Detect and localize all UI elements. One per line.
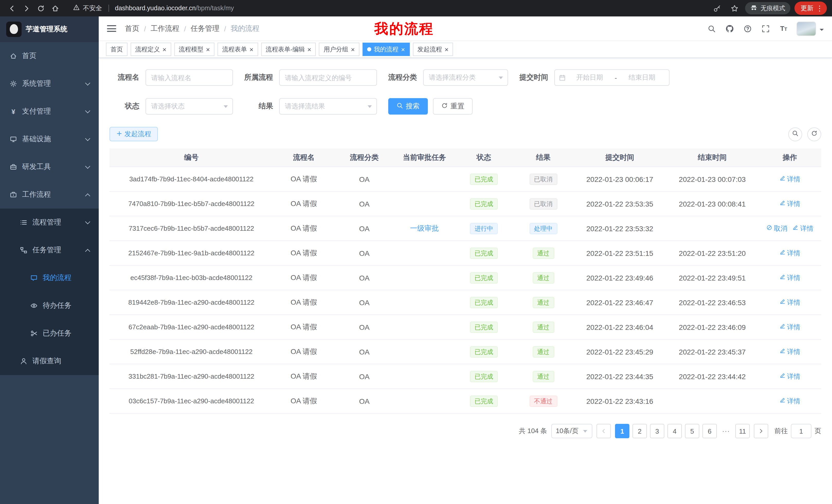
cell-id: 819442e8-7b9a-11ec-a290-acde48001122 <box>109 299 273 306</box>
detail-link[interactable]: 详情 <box>779 199 800 208</box>
task-link[interactable]: 一级审批 <box>410 224 439 232</box>
breadcrumb-item-task[interactable]: 任务管理 <box>191 24 219 33</box>
cancel-icon <box>766 225 772 232</box>
close-icon[interactable]: × <box>308 46 311 53</box>
close-icon[interactable]: × <box>206 46 210 53</box>
search-icon[interactable] <box>706 23 717 34</box>
reload-icon[interactable] <box>34 2 47 15</box>
result-select[interactable]: 请选择流结果 <box>279 98 377 115</box>
menu-toggle-icon[interactable] <box>107 25 116 32</box>
process-id-input[interactable] <box>279 69 377 86</box>
cell-actions: 详情 <box>758 199 821 208</box>
kebab-menu-icon[interactable]: ⋮ <box>816 4 823 12</box>
goto-page-input[interactable] <box>791 424 811 438</box>
page-button-2[interactable]: 2 <box>632 424 647 438</box>
chevron-down-icon <box>85 108 90 113</box>
help-icon[interactable] <box>743 23 753 34</box>
page-button-5[interactable]: 5 <box>685 424 699 438</box>
close-icon[interactable]: × <box>351 46 355 53</box>
process-name-input[interactable] <box>146 69 233 86</box>
sidebar-item-10[interactable]: 已办任务 <box>0 319 99 347</box>
close-icon[interactable]: × <box>445 46 448 53</box>
sidebar-item-11[interactable]: 请假查询 <box>0 347 99 375</box>
close-icon[interactable]: × <box>162 46 166 53</box>
tab-7[interactable]: 发起流程× <box>413 43 453 56</box>
close-icon[interactable]: × <box>401 46 405 53</box>
security-indicator[interactable]: 不安全 <box>73 4 102 12</box>
chevron-down-icon <box>85 163 90 169</box>
github-icon[interactable] <box>725 23 735 34</box>
cell-actions: 详情 <box>758 323 821 332</box>
category-select[interactable]: 请选择流程分类 <box>423 69 508 86</box>
sidebar-item-0[interactable]: 首页 <box>0 42 99 70</box>
tab-5[interactable]: 用户分组× <box>319 43 359 56</box>
breadcrumb-item-home[interactable]: 首页 <box>125 24 139 33</box>
status-tag: 已完成 <box>470 371 498 382</box>
detail-link[interactable]: 详情 <box>779 174 800 184</box>
detail-link[interactable]: 详情 <box>779 347 800 356</box>
cell-id: 2152467e-7b9b-11ec-9a1b-acde48001122 <box>109 249 273 257</box>
page-button-3[interactable]: 3 <box>650 424 665 438</box>
date-range-picker[interactable]: 开始日期 - 结束日期 <box>554 69 670 86</box>
tab-2[interactable]: 流程模型× <box>174 43 214 56</box>
page-button-11[interactable]: 11 <box>735 424 750 438</box>
tab-3[interactable]: 流程表单× <box>217 43 258 56</box>
app-logo[interactable]: 芋道管理系统 <box>0 17 99 42</box>
close-icon[interactable]: × <box>250 46 253 53</box>
tab-6[interactable]: 我的流程× <box>363 43 410 56</box>
page-button-4[interactable]: 4 <box>668 424 682 438</box>
sidebar-item-3[interactable]: 基础设施 <box>0 125 99 153</box>
next-page-button[interactable] <box>754 424 768 438</box>
detail-link[interactable]: 详情 <box>779 323 800 332</box>
sidebar-item-5[interactable]: 工作流程 <box>0 181 99 208</box>
tab-0[interactable]: 首页 <box>106 43 128 56</box>
detail-link[interactable]: 详情 <box>792 224 813 233</box>
detail-link[interactable]: 详情 <box>779 273 800 282</box>
sidebar-item-2[interactable]: ¥支付管理 <box>0 97 99 125</box>
sidebar-item-1[interactable]: 系统管理 <box>0 70 99 97</box>
result-tag: 通过 <box>532 321 554 333</box>
page-button-1[interactable]: 1 <box>615 424 629 438</box>
browser-home-icon[interactable] <box>48 2 62 15</box>
detail-link[interactable]: 详情 <box>779 372 800 381</box>
url-bar[interactable]: dashboard.yudao.iocoder.cn/bpm/task/my <box>115 5 234 12</box>
create-process-button[interactable]: 发起流程 <box>109 127 158 141</box>
sidebar-item-6[interactable]: 流程管理 <box>0 208 99 236</box>
cell-category: OA <box>335 249 394 257</box>
update-button[interactable]: 更新 ⋮ <box>795 2 827 15</box>
toggle-search-button[interactable] <box>788 127 802 141</box>
prev-page-button[interactable] <box>597 424 611 438</box>
fullscreen-icon[interactable] <box>760 23 771 34</box>
detail-link[interactable]: 详情 <box>779 248 800 258</box>
cell-id: 7317cec6-7b9b-11ec-b5b7-acde48001122 <box>109 225 273 232</box>
detail-link[interactable]: 详情 <box>779 396 800 405</box>
detail-link[interactable]: 详情 <box>779 298 800 307</box>
sidebar-item-4[interactable]: 研发工具 <box>0 153 99 181</box>
sidebar-item-8[interactable]: 我的流程 <box>0 264 99 292</box>
more-pages-icon[interactable]: ··· <box>720 424 732 438</box>
sidebar-item-7[interactable]: 任务管理 <box>0 236 99 264</box>
refresh-table-button[interactable] <box>807 127 821 141</box>
breadcrumb-item-workflow[interactable]: 工作流程 <box>151 24 179 33</box>
chevron-down-icon[interactable] <box>820 29 824 33</box>
forward-icon[interactable] <box>20 2 33 15</box>
cancel-link[interactable]: 取消 <box>766 224 787 233</box>
start-date-placeholder: 开始日期 <box>567 73 613 82</box>
security-label: 不安全 <box>83 4 102 12</box>
tab-1[interactable]: 流程定义× <box>131 43 171 56</box>
sidebar-item-9[interactable]: 待办任务 <box>0 292 99 319</box>
page-button-6[interactable]: 6 <box>702 424 717 438</box>
reset-button[interactable]: 重置 <box>433 98 473 115</box>
back-icon[interactable] <box>5 2 19 15</box>
action-label: 取消 <box>774 224 787 233</box>
fontsize-icon[interactable]: TT <box>779 23 789 34</box>
gear-icon <box>9 80 18 87</box>
status-select[interactable]: 请选择状态 <box>146 98 233 115</box>
key-icon[interactable] <box>710 2 724 15</box>
avatar[interactable] <box>797 21 816 36</box>
edit-icon <box>779 274 785 282</box>
bookmark-star-icon[interactable] <box>728 2 741 15</box>
page-size-select[interactable]: 10条/页 <box>551 424 592 438</box>
tab-4[interactable]: 流程表单-编辑× <box>261 43 316 56</box>
search-button[interactable]: 搜索 <box>388 98 428 115</box>
